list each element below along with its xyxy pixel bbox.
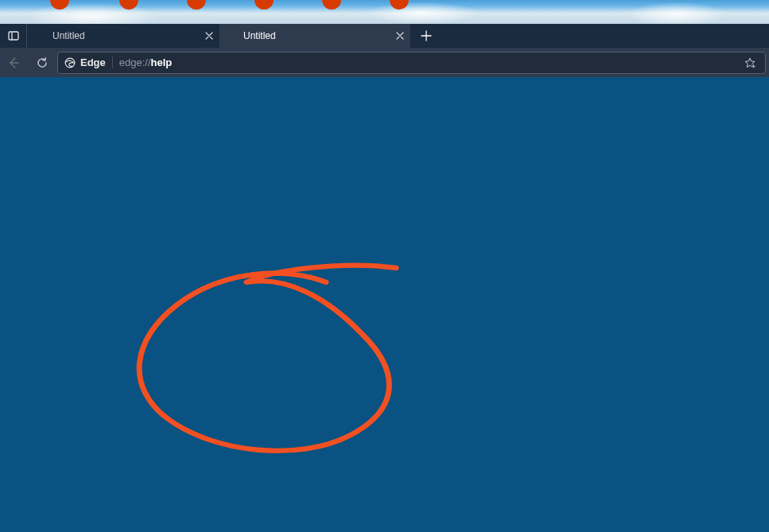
back-button[interactable] [0, 51, 27, 75]
address-bar[interactable]: Edge edge://help [57, 52, 766, 74]
toolbar: Edge edge://help [0, 48, 769, 77]
refresh-button[interactable] [29, 51, 56, 75]
url-text: edge://help [119, 56, 173, 68]
close-icon [396, 32, 404, 40]
star-add-icon [744, 56, 756, 69]
svg-rect-0 [9, 32, 18, 40]
desktop-clouds [0, 0, 769, 24]
page-content [0, 77, 769, 532]
edge-icon [64, 57, 76, 68]
tab-title: Untitled [52, 30, 85, 41]
tab-title: Untitled [243, 30, 276, 41]
new-tab-button[interactable] [410, 24, 442, 48]
url-scheme: edge:// [119, 56, 151, 68]
plus-icon [421, 30, 432, 41]
refresh-icon [36, 56, 49, 69]
tab-1[interactable]: Untitled [219, 24, 410, 48]
tab-0[interactable]: Untitled [29, 24, 219, 48]
url-host: help [151, 56, 173, 68]
tab-close-button[interactable] [205, 32, 213, 40]
close-icon [205, 32, 213, 40]
tab-strip: Untitled Untitled [0, 24, 769, 48]
tab-close-button[interactable] [396, 32, 404, 40]
site-identity[interactable]: Edge [64, 56, 113, 68]
tab-actions-icon [8, 30, 19, 41]
favorite-button[interactable] [740, 53, 760, 72]
back-arrow-icon [7, 56, 20, 69]
site-identity-label: Edge [80, 56, 106, 68]
tab-actions-button[interactable] [0, 24, 27, 48]
